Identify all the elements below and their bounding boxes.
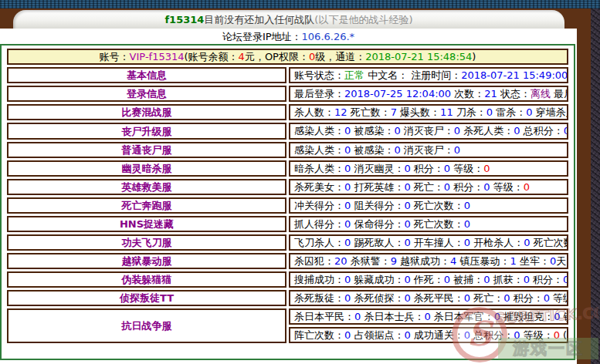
stat-segment: 死亡次数： [531, 237, 568, 248]
stat-segment: 躲藏成功： [351, 274, 404, 285]
stat-segment: 死亡次数： [411, 218, 464, 230]
stat-segment: 0 [464, 200, 470, 211]
stat-segment: 最后登录： [294, 88, 344, 99]
stat-segment: 阵亡次数： [294, 329, 344, 341]
stat-line: 账号状态：正常 中文名： 注册时间：2018-07-21 15:49:00 在线… [289, 67, 568, 83]
stat-segment: 0 [483, 274, 490, 285]
stat-line: 杀死美女：0 打死英雄：0 死亡：0 积分：0 等级：0 [289, 179, 568, 195]
table-row: 侦探叛徒TT杀死叛徒：0 杀死侦探：0 杀死平民：0 死亡：0 积分：0 等级：… [7, 290, 568, 306]
stat-segment: 杀日本士兵： [361, 311, 424, 322]
table-row: 抗日战争服杀日本平民：0 杀日本士兵：0 杀日本军官：0 摧毁坦克：0 铲除汉奸… [7, 308, 568, 325]
stat-line: 杀人数：12 死亡数：7 爆头数：11 刀杀：0 雷杀：0 穿墙杀人：1 被闪杀… [289, 104, 568, 120]
stat-segment: 0 [404, 274, 410, 285]
stat-segment: 消灭丧尸： [401, 144, 454, 156]
server-label: 抗日战争服 [7, 308, 286, 343]
stat-segment: 天 看守： [556, 255, 568, 267]
stat-segment: 级，通道： [315, 51, 365, 62]
stat-segment: 0 [526, 106, 532, 118]
table-row: 丧尸升级服感染人类：0 被感染：0 消灭丧尸：0 杀死人类：0 总积分：0 等级… [7, 123, 568, 140]
stat-segment: 爆头数： [397, 106, 440, 118]
stat-line: 飞刀杀人：0 踢死敌人：0 开车撞人：0 开枪杀人：0 死亡次数：0 积分：0 … [289, 234, 568, 251]
stat-segment: 0 [464, 329, 470, 341]
stat-segment: 0 [563, 274, 568, 285]
stat-segment: 0 [424, 311, 430, 322]
stat-segment: 死亡数： [347, 106, 391, 118]
stat-segment: 作死： [411, 274, 444, 285]
stat-segment: 阻关得分： [351, 200, 404, 211]
stat-segment: 0 [483, 181, 490, 193]
stat-segment: 摧毁坦克： [500, 311, 554, 322]
stat-segment: 消灭丧尸： [401, 125, 454, 136]
server-label: 普通丧尸服 [7, 142, 286, 158]
stat-segment: VIP-f15314 [130, 51, 185, 62]
stat-segment: 元，OP权限： [245, 51, 309, 62]
stat-segment: 杀死侦探： [351, 292, 404, 304]
server-label: HNS捉迷藏 [7, 216, 286, 232]
stat-segment: 0 [464, 237, 470, 248]
stat-line: 杀日本平民：0 杀日本士兵：0 杀日本军官：0 摧毁坦克：0 铲除汉奸：0 残杀… [289, 308, 568, 325]
stat-segment: 死亡次数： [411, 200, 464, 211]
stat-segment: 死亡： [470, 292, 503, 304]
stat-segment: 消灭幽灵： [351, 163, 404, 174]
stat-segment: 状态： [497, 88, 531, 99]
table-row: 登录信息最后登录：2018-07-25 12:04:00 次数：21 状态：离线… [7, 86, 568, 102]
stat-segment: 0 [404, 329, 410, 341]
stat-segment: 总积分： [470, 329, 514, 341]
account-summary-cell: 账号：VIP-f15314(账号余额：4元，OP权限：0级，通道：2018-07… [7, 49, 568, 65]
stat-segment: 0 [404, 292, 410, 304]
stat-segment: 次数： [451, 88, 484, 99]
stat-segment: (升级到下一等级还需要 [560, 329, 568, 341]
stat-segment: 开车撞人： [411, 237, 464, 248]
stat-segment: (账号余额： [185, 51, 239, 62]
stat-segment: 4 [239, 51, 245, 62]
stat-segment: 9 [391, 255, 397, 267]
table-row: 功夫飞刀服飞刀杀人：0 踢死敌人：0 开车撞人：0 开枪杀人：0 死亡次数：0 … [7, 234, 568, 251]
stat-segment: 雷杀： [493, 106, 526, 118]
stat-segment: 占领据点： [351, 329, 404, 341]
stat-segment: 0 [404, 218, 410, 230]
stat-segment: 暗杀人类： [294, 163, 344, 174]
stat-segment: 0 [514, 329, 520, 341]
stats-table: 账号：VIP-f15314(账号余额：4元，OP权限：0级，通道：2018-07… [5, 46, 571, 345]
table-row: 比赛混战服杀人数：12 死亡数：7 爆头数：11 刀杀：0 雷杀：0 穿墙杀人：… [7, 104, 568, 120]
stat-segment: 飞刀杀人： [294, 237, 344, 248]
table-row: 账号：VIP-f15314(账号余额：4元，OP权限：0级，通道：2018-07… [7, 49, 568, 65]
stat-segment: 穿墙杀人： [533, 106, 569, 118]
stat-segment: 0 [394, 144, 400, 156]
stat-segment: 踢死敌人： [351, 237, 404, 248]
stat-segment: 0 [404, 181, 410, 193]
stat-line: 抓人得分：0 保命得分：0 死亡次数：0 [289, 216, 568, 232]
stat-line: 感染人类：0 被感染：0 消灭丧尸：0 杀死人类：0 总积分：0 等级：0 [289, 123, 568, 140]
stat-segment: 0 [554, 311, 560, 322]
stat-segment: 镇压暴动： [456, 255, 510, 267]
stat-segment: 积分： [450, 181, 483, 193]
stat-segment: 抓获： [490, 274, 524, 285]
stat-segment: 11 [440, 106, 453, 118]
stat-segment: 刀杀： [453, 106, 486, 118]
stat-segment: 0 [394, 125, 400, 136]
stat-segment: 等级： [520, 329, 554, 341]
server-label: 英雄救美服 [7, 179, 286, 195]
stat-segment: 0 [524, 237, 530, 248]
stat-line: 感染人类：0 被感染：0 消灭丧尸：0 [289, 142, 568, 158]
stat-segment: 7 [391, 106, 397, 118]
stat-segment: 0 [483, 163, 490, 174]
stat-segment: 被感染： [351, 144, 394, 156]
team-status-header: f15314目前没有还加入任何战队(以下是他的战斗经验) [13, 10, 564, 29]
stat-segment: 感染人类： [294, 125, 344, 136]
table-row: 英雄救美服杀死美女：0 打死英雄：0 死亡：0 积分：0 等级：0 [7, 179, 568, 195]
stat-segment: 抓人得分： [294, 218, 344, 230]
server-label: 丧尸升级服 [7, 123, 286, 140]
stat-segment: 正常 [344, 69, 364, 81]
stat-segment: 0 [404, 200, 410, 211]
stat-segment: 0 [404, 237, 410, 248]
player-name: f15314 [164, 14, 204, 25]
team-status-text: 目前没有还加入任何战队 [204, 14, 314, 25]
server-label: 侦探叛徒TT [7, 290, 286, 306]
server-label: 功夫飞刀服 [7, 234, 286, 251]
stat-segment: 0 [554, 329, 560, 341]
stat-segment: 总积分： [520, 125, 564, 136]
table-row: 伪装躲猫猫搜捕成功：0 躲藏成功：0 作死：0 被捕：0 抓获：0 积分：0 等… [7, 271, 568, 288]
top-texture-strip [0, 0, 600, 8]
table-row: 越狱暴动服杀囚犯：20 杀狱警：9 越狱成功：4 镇压暴动：1 坐牢：0天 看守… [7, 253, 568, 269]
